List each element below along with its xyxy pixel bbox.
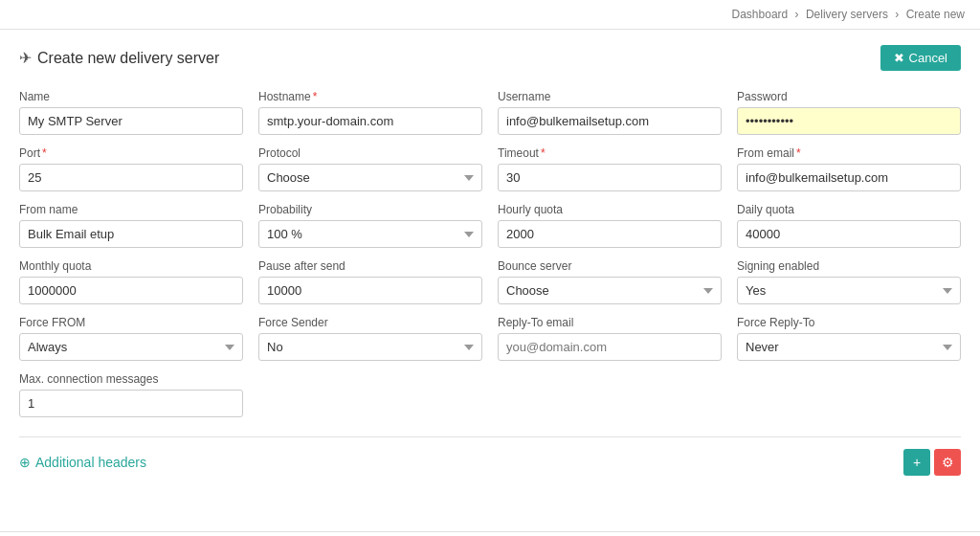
field-force-sender: Force Sender Yes No xyxy=(258,316,482,361)
breadcrumb: Dashboard › Delivery servers › Create ne… xyxy=(732,8,965,21)
input-username[interactable] xyxy=(498,107,722,135)
label-force-reply-to: Force Reply-To xyxy=(737,316,961,329)
label-from-email: From email* xyxy=(737,146,961,160)
select-protocol[interactable]: Choose smtp smtps tls xyxy=(258,164,482,191)
field-protocol: Protocol Choose smtp smtps tls xyxy=(258,146,482,191)
input-from-email[interactable] xyxy=(737,164,961,191)
top-bar: Dashboard › Delivery servers › Create ne… xyxy=(0,0,980,30)
field-force-from: Force FROM Always Never When empty xyxy=(19,316,243,361)
field-signing-enabled: Signing enabled Yes No xyxy=(737,259,961,304)
select-signing-enabled[interactable]: Yes No xyxy=(737,277,961,304)
input-timeout[interactable] xyxy=(498,164,722,191)
label-probability: Probability xyxy=(258,203,482,216)
label-password: Password xyxy=(737,90,961,103)
label-signing-enabled: Signing enabled xyxy=(737,259,961,273)
label-hourly-quota: Hourly quota xyxy=(498,203,722,216)
cancel-button[interactable]: ✖ Cancel xyxy=(880,45,961,71)
field-from-email: From email* xyxy=(737,146,961,191)
input-monthly-quota[interactable] xyxy=(19,277,243,304)
input-hourly-quota[interactable] xyxy=(498,220,722,248)
input-max-connection-messages[interactable] xyxy=(19,390,243,417)
page-title: ✈ Create new delivery server xyxy=(19,49,219,67)
field-name: Name xyxy=(19,90,243,135)
page-header: ✈ Create new delivery server ✖ Cancel xyxy=(19,45,961,71)
header-action-buttons: + ⚙ xyxy=(903,449,961,476)
label-pause-after-send: Pause after send xyxy=(258,259,482,273)
input-from-name[interactable] xyxy=(19,220,243,248)
input-pause-after-send[interactable] xyxy=(258,277,482,304)
additional-headers-section: ⊕ Additional headers + ⚙ xyxy=(19,436,961,476)
field-from-name: From name xyxy=(19,203,243,248)
input-password[interactable] xyxy=(737,107,961,135)
label-force-from: Force FROM xyxy=(19,316,243,329)
field-port: Port* xyxy=(19,146,243,191)
input-port[interactable] xyxy=(19,164,243,191)
field-daily-quota: Daily quota xyxy=(737,203,961,248)
additional-headers-toggle[interactable]: ⊕ Additional headers xyxy=(19,455,146,470)
cancel-icon: ✖ xyxy=(894,51,904,65)
field-bounce-server: Bounce server Choose xyxy=(498,259,722,304)
select-probability[interactable]: 100 % 90 % 80 % xyxy=(258,220,482,248)
form-grid: Name Hostname* Username Password Port* P… xyxy=(19,90,961,417)
label-port: Port* xyxy=(19,146,243,160)
remove-header-button[interactable]: ⚙ xyxy=(934,449,961,476)
field-password: Password xyxy=(737,90,961,135)
label-reply-to-email: Reply-To email xyxy=(498,316,722,329)
field-reply-to-email: Reply-To email xyxy=(498,316,722,361)
label-protocol: Protocol xyxy=(258,146,482,160)
field-monthly-quota: Monthly quota xyxy=(19,259,243,304)
label-from-name: From name xyxy=(19,203,243,216)
breadcrumb-current: Create new xyxy=(906,8,965,21)
label-username: Username xyxy=(498,90,722,103)
footer-bar: 💾 Save changes xyxy=(0,531,980,536)
field-pause-after-send: Pause after send xyxy=(258,259,482,304)
label-max-connection-messages: Max. connection messages xyxy=(19,372,243,386)
select-force-reply-to[interactable]: Never Always When empty xyxy=(737,333,961,361)
label-force-sender: Force Sender xyxy=(258,316,482,329)
field-hostname: Hostname* xyxy=(258,90,482,135)
main-content: ✈ Create new delivery server ✖ Cancel Na… xyxy=(0,30,980,531)
input-reply-to-email[interactable] xyxy=(498,333,722,361)
label-daily-quota: Daily quota xyxy=(737,203,961,216)
select-bounce-server[interactable]: Choose xyxy=(498,277,722,304)
input-name[interactable] xyxy=(19,107,243,135)
label-hostname: Hostname* xyxy=(258,90,482,103)
input-daily-quota[interactable] xyxy=(737,220,961,248)
input-hostname[interactable] xyxy=(258,107,482,135)
label-name: Name xyxy=(19,90,243,103)
add-header-button[interactable]: + xyxy=(903,449,930,476)
select-force-sender[interactable]: Yes No xyxy=(258,333,482,361)
field-probability: Probability 100 % 90 % 80 % xyxy=(258,203,482,248)
breadcrumb-delivery-servers[interactable]: Delivery servers xyxy=(806,8,888,21)
field-hourly-quota: Hourly quota xyxy=(498,203,722,248)
field-max-connection-messages: Max. connection messages xyxy=(19,372,243,417)
breadcrumb-dashboard[interactable]: Dashboard xyxy=(732,8,789,21)
select-force-from[interactable]: Always Never When empty xyxy=(19,333,243,361)
plus-circle-icon: ⊕ xyxy=(19,455,31,470)
send-icon: ✈ xyxy=(19,49,32,67)
label-timeout: Timeout* xyxy=(498,146,722,160)
label-monthly-quota: Monthly quota xyxy=(19,259,243,273)
field-force-reply-to: Force Reply-To Never Always When empty xyxy=(737,316,961,361)
field-username: Username xyxy=(498,90,722,135)
field-timeout: Timeout* xyxy=(498,146,722,191)
label-bounce-server: Bounce server xyxy=(498,259,722,273)
